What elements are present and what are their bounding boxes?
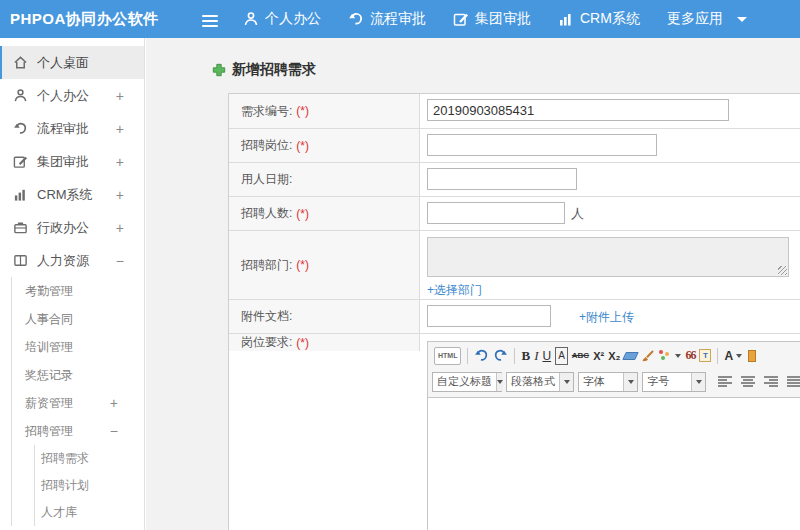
sidebar-item-personal-office[interactable]: 个人办公 + [0, 79, 144, 112]
expand-icon[interactable]: + [116, 188, 124, 202]
expand-icon[interactable]: + [116, 155, 124, 169]
topbar: PHPOA协同办公软件 个人办公 流程审批 集团审批 CRM系统 [0, 0, 800, 38]
redo-icon[interactable] [493, 347, 508, 365]
expand-icon[interactable]: + [110, 396, 118, 410]
nav-crm-system[interactable]: CRM系统 [558, 10, 640, 28]
nav-workflow-approval[interactable]: 流程审批 [348, 10, 426, 28]
font-size-select[interactable]: 字号 [642, 372, 706, 392]
sidebar-item-label: 集团审批 [37, 153, 89, 171]
expand-icon[interactable]: + [116, 122, 124, 136]
expand-icon[interactable]: + [116, 89, 124, 103]
sidebar-item-human-resources[interactable]: 人力资源 − [0, 244, 144, 277]
nav-label: 流程审批 [370, 10, 426, 28]
sidebar-item-rewards[interactable]: 奖惩记录 [12, 361, 144, 389]
align-right-icon[interactable] [764, 376, 778, 388]
caret-down-icon [675, 354, 681, 358]
sidebar: 个人桌面 个人办公 + 流程审批 + 集团审批 + CRM系统 + 行政办公 + [0, 38, 145, 530]
expand-icon[interactable]: + [116, 221, 124, 235]
clipped-toolbar-icon[interactable] [748, 350, 756, 362]
align-left-icon[interactable] [718, 376, 732, 388]
sidebar-item-recruit-mgmt[interactable]: 招聘管理 − [12, 417, 144, 445]
bold-button[interactable]: B [521, 347, 530, 365]
blockquote-button[interactable]: 66 [685, 347, 695, 365]
sidebar-item-admin-office[interactable]: 行政办公 + [0, 211, 144, 244]
sidebar-item-label: 招聘管理 [25, 423, 73, 440]
sidebar-item-label: 薪资管理 [25, 395, 73, 412]
brush-icon[interactable] [641, 347, 655, 365]
caret-down-icon [691, 373, 705, 391]
headcount-input[interactable] [427, 202, 565, 224]
paste-icon[interactable]: T [699, 347, 711, 365]
align-center-icon[interactable] [741, 376, 755, 388]
nav-group-approval[interactable]: 集团审批 [453, 10, 531, 28]
sidebar-item-label: 考勤管理 [25, 283, 73, 300]
required-mark: (*) [296, 336, 309, 350]
font-family-select[interactable]: 字体 [578, 372, 638, 392]
sidebar-item-talent-pool[interactable]: 人才库 [35, 499, 144, 526]
font-color-button[interactable]: A [724, 347, 742, 365]
chart-icon [558, 11, 574, 27]
paragraph-format-select[interactable]: 段落格式 [506, 372, 574, 392]
palette-icon[interactable] [659, 347, 681, 365]
collapse-icon[interactable]: − [110, 424, 118, 438]
sidebar-item-attendance[interactable]: 考勤管理 [12, 277, 144, 305]
page-title: 新增招聘需求 [212, 61, 316, 79]
editor-content-area[interactable] [428, 397, 800, 530]
align-buttons [718, 376, 800, 388]
form-row-requirement: 岗位要求: (*) HTML B [229, 334, 800, 530]
sidebar-item-crm[interactable]: CRM系统 + [0, 178, 144, 211]
sidebar-item-recruit-plan[interactable]: 招聘计划 [35, 472, 144, 499]
upload-attachment-link[interactable]: +附件上传 [579, 310, 634, 324]
required-mark: (*) [296, 258, 309, 272]
nav-more-apps[interactable]: 更多应用 [667, 10, 747, 28]
eraser-icon[interactable] [624, 347, 637, 365]
align-justify-icon[interactable] [787, 376, 800, 388]
page-title-text: 新增招聘需求 [232, 61, 316, 79]
undo-icon[interactable] [474, 347, 489, 365]
sidebar-item-salary[interactable]: 薪资管理 + [12, 389, 144, 417]
select-department-link[interactable]: +选择部门 [427, 282, 800, 299]
sidebar-item-label: 流程审批 [37, 120, 89, 138]
sidebar-item-hr-contract[interactable]: 人事合同 [12, 305, 144, 333]
strikethrough-button[interactable]: ABC [572, 347, 589, 365]
sidebar-item-workflow-approval[interactable]: 流程审批 + [0, 112, 144, 145]
collapse-icon[interactable]: − [116, 254, 124, 268]
resize-grip-icon[interactable] [778, 266, 787, 275]
form-row-position: 招聘岗位: (*) [229, 129, 800, 163]
attachment-input[interactable] [427, 305, 551, 327]
form-row-department: 招聘部门: (*) +选择部门 [229, 231, 800, 300]
field-label: 招聘部门: (*) [229, 231, 420, 299]
field-label: 用人日期: [229, 163, 420, 196]
sidebar-item-training[interactable]: 培训管理 [12, 333, 144, 361]
sidebar-item-personal-desktop[interactable]: 个人桌面 [0, 46, 144, 79]
italic-button[interactable]: I [534, 347, 538, 365]
caret-down-icon [559, 373, 573, 391]
superscript-button[interactable]: X² [593, 347, 604, 365]
user-icon [243, 11, 259, 27]
recruit-submenu: 招聘需求 招聘计划 人才库 [34, 445, 144, 526]
underline-button[interactable]: U [542, 347, 551, 365]
font-style-button[interactable]: A [555, 347, 568, 365]
sidebar-item-label: 招聘需求 [41, 450, 89, 467]
department-textarea[interactable] [427, 237, 789, 277]
caret-down-icon [623, 373, 637, 391]
custom-title-select[interactable]: 自定义标题 [432, 372, 502, 392]
required-mark: (*) [296, 139, 309, 153]
html-source-button[interactable]: HTML [434, 347, 461, 365]
subscript-button[interactable]: X₂ [608, 347, 620, 365]
nav-personal-office[interactable]: 个人办公 [243, 10, 321, 28]
hr-submenu: 考勤管理 人事合同 培训管理 奖惩记录 薪资管理 + 招聘管理 − 招聘需求 招… [11, 277, 144, 526]
process-icon [348, 11, 364, 27]
sidebar-item-label: 奖惩记录 [25, 367, 73, 384]
field-label: 招聘岗位: (*) [229, 129, 420, 162]
hire-date-input[interactable] [427, 168, 577, 190]
position-input[interactable] [427, 134, 657, 156]
recruit-demand-form: 需求编号: (*) 招聘岗位: (*) 用人日期: [228, 93, 800, 530]
sidebar-item-recruit-demand[interactable]: 招聘需求 [35, 445, 144, 472]
hamburger-menu-icon[interactable] [202, 12, 219, 30]
demand-code-input[interactable] [427, 99, 729, 121]
sidebar-item-label: 行政办公 [37, 219, 89, 237]
sidebar-item-group-approval[interactable]: 集团审批 + [0, 145, 144, 178]
sidebar-item-label: 人力资源 [37, 252, 89, 270]
nav-label: 集团审批 [475, 10, 531, 28]
